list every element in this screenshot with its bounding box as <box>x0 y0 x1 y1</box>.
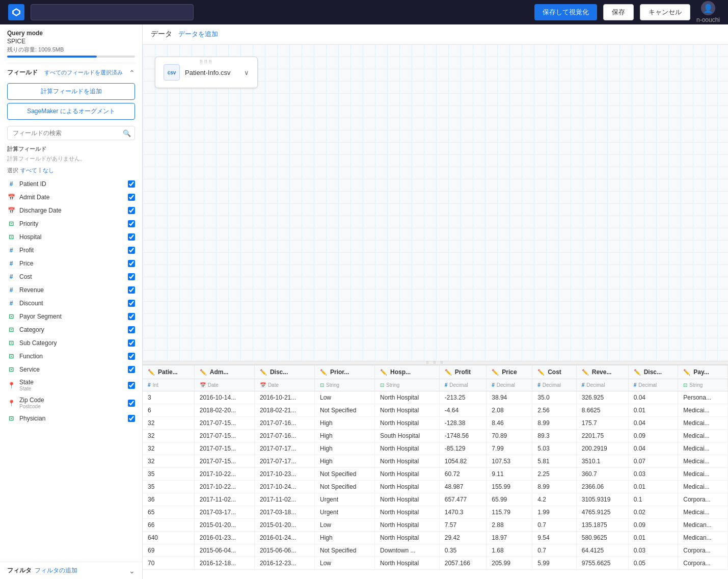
dashboard-title-input[interactable]: Patient-Info <box>31 4 194 20</box>
field-checkbox[interactable] <box>128 353 135 360</box>
table-cell: 2016-12-18... <box>194 557 254 570</box>
field-item[interactable]: # Price <box>0 257 142 270</box>
table-cell: Urgent <box>315 493 375 506</box>
field-item[interactable]: ⊡ Priority <box>0 217 142 230</box>
field-name: Payor Segment <box>19 313 124 320</box>
field-item[interactable]: 📅 Admit Date <box>0 191 142 204</box>
select-all-link[interactable]: すべて <box>20 167 37 174</box>
field-name: Price <box>19 260 124 267</box>
add-calc-field-button[interactable]: 計算フィールドを追加 <box>7 83 135 100</box>
table-cell: 2.25 <box>532 468 577 481</box>
field-item[interactable]: ⊡ Service <box>0 363 142 376</box>
table-cell: 7.99 <box>487 442 532 455</box>
table-cell: 360.7 <box>576 468 628 481</box>
table-cell: 9755.6625 <box>576 557 628 570</box>
table-scroll-container[interactable]: ✏️Patie...✏️Adm...✏️Disc...✏️Prior...✏️H… <box>143 365 728 579</box>
table-cell: Not Specified <box>315 544 375 557</box>
query-mode-section: Query mode SPICE 残りの容量: 1009.5MB <box>0 24 142 63</box>
field-item[interactable]: 📍 State State <box>0 376 142 394</box>
field-search-input[interactable] <box>7 126 135 140</box>
table-cell: 2018-02-20... <box>194 404 254 417</box>
field-item[interactable]: ⊡ Function <box>0 350 142 363</box>
column-edit-icon[interactable]: ✏️ <box>683 369 690 376</box>
field-item[interactable]: # Discount <box>0 297 142 310</box>
field-checkbox[interactable] <box>128 247 135 254</box>
table-cell: 0.04 <box>628 417 678 430</box>
select-none-link[interactable]: なし <box>43 167 54 174</box>
table-cell: High <box>315 532 375 544</box>
table-cell: 9.54 <box>532 532 577 544</box>
capacity-fill <box>7 56 97 58</box>
column-edit-icon[interactable]: ✏️ <box>148 369 155 376</box>
field-checkbox[interactable] <box>128 220 135 227</box>
collapse-button[interactable]: ⌃ <box>129 69 135 77</box>
table-cell: Medicai... <box>678 417 728 430</box>
add-data-link[interactable]: データを追加 <box>178 30 218 39</box>
table-cell: 0.03 <box>628 544 678 557</box>
table-cell: 1.68 <box>487 544 532 557</box>
field-checkbox[interactable] <box>128 260 135 267</box>
table-cell: Low <box>315 557 375 570</box>
field-checkbox[interactable] <box>128 382 135 389</box>
table-cell: Medicai... <box>678 430 728 442</box>
column-edit-icon[interactable]: ✏️ <box>445 369 452 376</box>
field-item[interactable]: # Cost <box>0 270 142 283</box>
column-type-header: # Decimal <box>532 379 577 391</box>
table-row: 322017-07-15...2017-07-16...HighSouth Ho… <box>143 430 728 442</box>
field-checkbox[interactable] <box>128 326 135 333</box>
field-checkbox[interactable] <box>128 194 135 201</box>
table-cell: 0.07 <box>628 455 678 468</box>
topbar: Patient-Info 保存して視覚化 保存 キャンセル 👤 n-oouchi <box>0 0 728 24</box>
table-cell: 0.35 <box>439 544 487 557</box>
field-checkbox[interactable] <box>128 313 135 320</box>
field-checkbox[interactable] <box>128 300 135 307</box>
user-menu[interactable]: 👤 n-oouchi <box>696 1 720 23</box>
column-edit-icon[interactable]: ✏️ <box>537 369 545 376</box>
cancel-button[interactable]: キャンセル <box>640 4 690 20</box>
field-checkbox[interactable] <box>128 286 135 294</box>
column-edit-icon[interactable]: ✏️ <box>200 369 207 376</box>
user-name: n-oouchi <box>696 16 720 23</box>
field-type-icon: # <box>7 259 15 268</box>
table-cell: High <box>315 417 375 430</box>
field-item[interactable]: ⊡ Sub Category <box>0 336 142 350</box>
field-checkbox[interactable] <box>128 207 135 214</box>
field-checkbox[interactable] <box>128 233 135 241</box>
field-checkbox[interactable] <box>128 339 135 347</box>
field-checkbox[interactable] <box>128 180 135 188</box>
field-item[interactable]: 📍 Zip Code Postcode <box>0 394 142 412</box>
field-checkbox[interactable] <box>128 415 135 422</box>
table-cell: 640 <box>143 532 194 544</box>
column-edit-icon[interactable]: ✏️ <box>492 369 499 376</box>
field-item[interactable]: ⊡ Physician <box>0 412 142 425</box>
drag-handle: ⠿⠿⠿ <box>199 59 213 65</box>
field-type-icon: # <box>7 246 15 254</box>
column-edit-icon[interactable]: ✏️ <box>320 369 327 376</box>
field-checkbox[interactable] <box>128 400 135 407</box>
column-edit-icon[interactable]: ✏️ <box>260 369 267 376</box>
field-type-icon: # <box>7 180 15 188</box>
field-item[interactable]: ⊡ Category <box>0 323 142 336</box>
field-item[interactable]: # Patient ID <box>0 177 142 191</box>
table-cell: 2016-01-24... <box>254 532 314 544</box>
filter-add-link[interactable]: フィルタの追加 <box>35 566 77 575</box>
field-item[interactable]: # Revenue <box>0 283 142 297</box>
field-item[interactable]: ⊡ Payor Segment <box>0 310 142 323</box>
save-button[interactable]: 保存 <box>603 4 634 20</box>
resize-handle[interactable]: ⠿ ⠿ ⠿ <box>143 361 728 365</box>
column-edit-icon[interactable]: ✏️ <box>582 369 589 376</box>
sagemaker-button[interactable]: SageMaker によるオーグメント <box>7 103 135 120</box>
filter-collapse-icon[interactable]: ⌄ <box>129 567 135 575</box>
table-cell: Low <box>315 519 375 532</box>
datasource-card[interactable]: ⠿⠿⠿ csv Patient-Info.csv ∨ <box>155 57 258 88</box>
save-visualize-button[interactable]: 保存して視覚化 <box>534 4 597 20</box>
field-item[interactable]: 📅 Discharge Date <box>0 204 142 217</box>
table-cell: High <box>315 455 375 468</box>
field-checkbox[interactable] <box>128 273 135 280</box>
column-edit-icon[interactable]: ✏️ <box>634 369 641 376</box>
select-all-section: 選択 すべて | なし <box>0 165 142 176</box>
field-checkbox[interactable] <box>128 366 135 373</box>
field-item[interactable]: # Profit <box>0 244 142 257</box>
column-edit-icon[interactable]: ✏️ <box>380 369 387 376</box>
field-item[interactable]: ⊡ Hospital <box>0 230 142 244</box>
